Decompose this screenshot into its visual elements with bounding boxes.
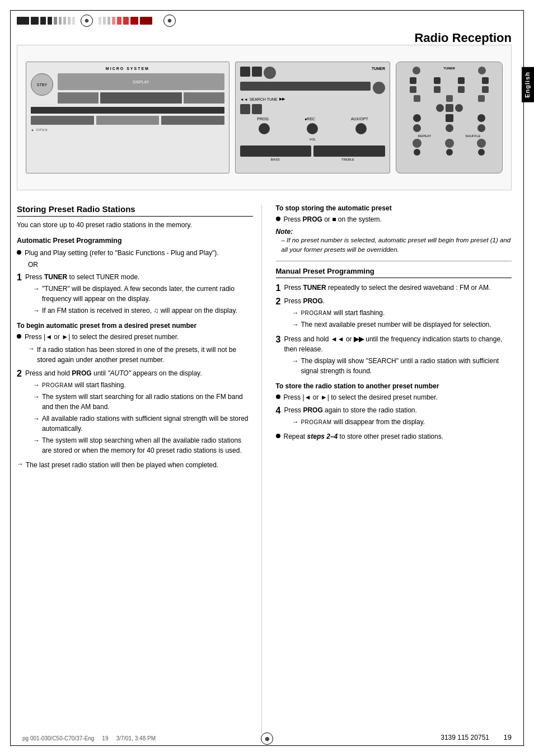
- file-ref-text: pg 001-030/C50-C70/37-Eng: [22, 735, 94, 741]
- page-title-area: Radio Reception: [414, 31, 512, 45]
- page-number: 19: [504, 733, 512, 741]
- bullet-plug-play: Plug and Play setting (refer to "Basic F…: [17, 248, 253, 258]
- bullet2-arrow: → If a radio station has been stored in …: [28, 345, 253, 365]
- step1-text: Press TUNER to select TUNER mode.: [25, 273, 140, 281]
- manual-step3: 3 Press and hold ◄◄ or ▶▶ until the freq…: [276, 334, 512, 378]
- step1-arrow1: → "TUNER" will be displayed. A few secon…: [33, 284, 253, 304]
- manual-step1-number: 1: [276, 283, 281, 293]
- step1-arrow2-text: If an FM station is received in stereo, …: [42, 306, 237, 316]
- store-subhead: To store the radio station to another pr…: [276, 382, 512, 390]
- last-arrow-text: The last preset radio station will then …: [26, 460, 218, 470]
- top-decorative-bars: ⊕ ⊕: [17, 15, 517, 27]
- device-label: MICRO SYSTEM: [31, 67, 224, 71]
- step1: 1 Press TUNER to select TUNER mode. → "T…: [17, 272, 253, 317]
- manual-step3-text: Press and hold ◄◄ or ▶▶ until the freque…: [284, 335, 502, 353]
- step2-arrow2-text: The system will start searching for all …: [42, 392, 253, 412]
- page-border-top: [10, 10, 524, 11]
- main-content: Storing Preset Radio Stations You can st…: [17, 204, 512, 734]
- date-ref: 3/7/01, 3:48 PM: [116, 735, 156, 741]
- page-title: Radio Reception: [414, 31, 512, 45]
- step2-number: 2: [17, 368, 22, 379]
- page-border-left: [10, 10, 11, 746]
- manual-step4-number: 4: [276, 405, 281, 416]
- right-bar-group: [99, 17, 152, 25]
- store-subhead-text: To store the radio station to another pr…: [276, 382, 439, 390]
- or-text: OR: [28, 261, 253, 269]
- file-page: 19: [102, 735, 108, 741]
- repeat-bullet: Repeat steps 2–4 to store other preset r…: [276, 431, 512, 442]
- auto-preset-subhead: To begin automatic preset from a desired…: [17, 322, 253, 330]
- note-text: – If no preset number is selected, autom…: [282, 236, 512, 255]
- device-illustration: MICRO SYSTEM STBY DISPLAY ▲: [17, 45, 512, 190]
- left-column: Storing Preset Radio Stations You can st…: [17, 204, 262, 734]
- step2-text: Press and hold PROG until "AUTO" appears…: [25, 369, 202, 377]
- manual-step2: 2 Press PROG. → program will start flash…: [276, 296, 512, 331]
- manual-step2-arrow2-text: The next available preset number will be…: [301, 320, 491, 330]
- auto-preset-title: Automatic Preset Programming: [17, 237, 253, 245]
- manual-step4-text: Press PROG again to store the radio stat…: [284, 406, 416, 414]
- manual-step4: 4 Press PROG again to store the radio st…: [276, 405, 512, 429]
- store-bullet-text: Press |◄ or ►| to select the desired pre…: [284, 392, 438, 402]
- manual-preset-title: Manual Preset Programming: [276, 267, 512, 278]
- store-bullet-dot: [276, 395, 280, 399]
- step2-arrow1: → program will start flashing.: [33, 380, 253, 390]
- stop-subhead: To stop storing the automatic preset: [276, 204, 512, 212]
- bullet2-arrow-text: If a radio station has been stored in on…: [37, 345, 253, 365]
- stop-bullet: Press PROG or ■ on the system.: [276, 214, 512, 224]
- last-arrow: → The last preset radio station will the…: [17, 460, 253, 470]
- bullet-dot: [17, 250, 21, 255]
- step1-number: 1: [17, 272, 22, 283]
- manual-step3-arrow1: → The display will show "SEARCH" until a…: [292, 356, 512, 376]
- bullet-preset-select: Press |◄ or ►| to select the desired pre…: [17, 332, 253, 342]
- cd-tape-controls: TUNER ◄◄SEARCH TUNE▶▶ PROG●RECAUX/OPT: [235, 62, 390, 173]
- step2-arrow4-text: The system will stop searching when all …: [42, 435, 253, 456]
- manual-step2-arrow2: → The next available preset number will …: [292, 320, 491, 330]
- bullet-dot-2: [17, 334, 21, 339]
- manual-step3-number: 3: [276, 334, 281, 345]
- main-unit: MICRO SYSTEM STBY DISPLAY ▲: [26, 62, 229, 173]
- note-label: Note:: [276, 228, 512, 236]
- step2-arrow3-text: All available radio stations with suffic…: [42, 414, 253, 434]
- stop-subhead-text: To stop storing the automatic preset: [276, 204, 392, 212]
- repeat-bullet-dot: [276, 434, 280, 438]
- manual-step1-text: Press TUNER repeatedly to select the des…: [284, 284, 490, 292]
- page-border-bottom: [10, 745, 524, 746]
- store-bullet: Press |◄ or ►| to select the desired pre…: [276, 392, 512, 402]
- page-border-right: [523, 10, 524, 746]
- manual-step1: 1 Press TUNER repeatedly to select the d…: [276, 283, 512, 293]
- doc-number: 3139 115 20751: [441, 734, 489, 741]
- bottom-compass: ⊕: [261, 732, 273, 745]
- compass-icon: ⊕: [81, 15, 93, 27]
- compass-icon-2: ⊕: [163, 15, 176, 27]
- step2: 2 Press and hold PROG until "AUTO" appea…: [17, 368, 253, 457]
- manual-step4-arrow: → program will disappear from the displa…: [292, 417, 425, 427]
- auto-preset-subhead-text: To begin automatic preset from a desired…: [17, 322, 196, 330]
- step2-arrow4: → The system will stop searching when al…: [33, 435, 253, 456]
- right-column: To stop storing the automatic preset Pre…: [273, 204, 512, 734]
- step1-arrow2: → If an FM station is received in stereo…: [33, 306, 253, 316]
- manual-step3-arrow1-text: The display will show "SEARCH" until a r…: [301, 356, 512, 376]
- manual-step2-arrow1: → program will start flashing.: [292, 308, 491, 318]
- manual-step2-text: Press PROG.: [284, 297, 325, 305]
- divider: [276, 261, 512, 261]
- page-number-text: 19: [504, 733, 512, 741]
- step1-arrow1-text: "TUNER" will be displayed. A few seconds…: [42, 284, 253, 304]
- remote-control: TUNER: [396, 62, 503, 173]
- file-ref: pg 001-030/C50-C70/37-Eng 19 3/7/01, 3:4…: [22, 735, 156, 741]
- language-tab: English: [522, 67, 534, 102]
- section-title-storing: Storing Preset Radio Stations: [17, 204, 253, 217]
- step2-arrow3: → All available radio stations with suff…: [33, 414, 253, 434]
- bullet-preset-select-text: Press |◄ or ►| to select the desired pre…: [25, 332, 179, 342]
- intro-text: You can store up to 40 preset radio stat…: [17, 220, 253, 230]
- stop-bullet-dot: [276, 217, 280, 221]
- left-bar-group: [17, 17, 75, 25]
- note-block: Note: – If no preset number is selected,…: [276, 228, 512, 255]
- manual-step2-number: 2: [276, 296, 281, 307]
- step2-arrow2: → The system will start searching for al…: [33, 392, 253, 412]
- bullet-plug-play-text: Plug and Play setting (refer to "Basic F…: [25, 248, 219, 258]
